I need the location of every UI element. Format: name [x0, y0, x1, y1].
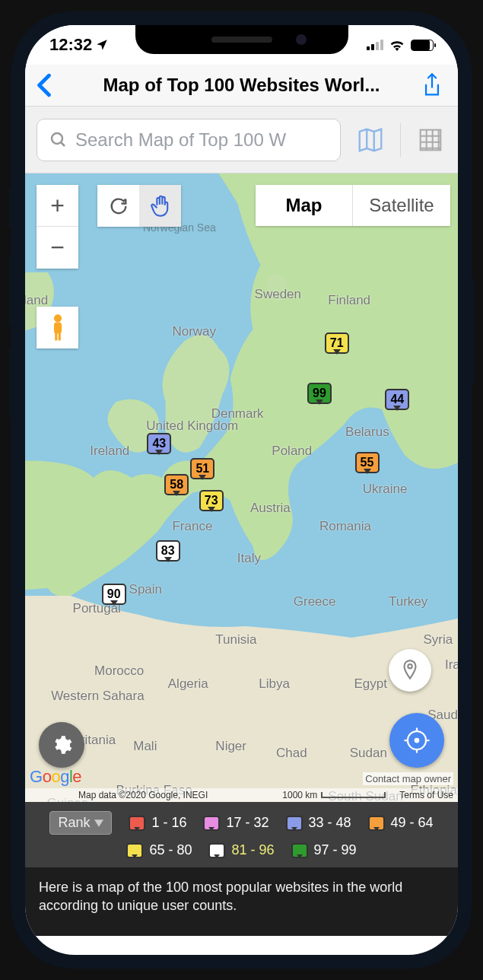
legend-swatch: [203, 816, 220, 831]
contact-owner-link[interactable]: Contact map owner: [363, 772, 453, 785]
map-marker[interactable]: 44: [385, 389, 409, 410]
map-tiles: [25, 173, 458, 802]
legend-dropdown-label: Rank: [58, 815, 90, 831]
locate-me-button[interactable]: [389, 713, 444, 768]
maptype-map[interactable]: Map: [256, 185, 353, 226]
phone-frame: 12:32 Map of Top 100 Websites Worl...: [11, 11, 472, 969]
map-marker[interactable]: 51: [190, 458, 214, 479]
wifi-icon: [389, 40, 405, 51]
share-button[interactable]: [417, 72, 447, 98]
legend-item[interactable]: 17 - 32: [203, 815, 269, 831]
streetview-button[interactable]: [37, 307, 78, 348]
legend-dropdown[interactable]: Rank: [49, 811, 112, 835]
pegman-icon: [48, 313, 68, 342]
map-marker[interactable]: 99: [307, 383, 332, 404]
zoom-control: + −: [37, 185, 78, 269]
cellular-signal-icon: [367, 40, 383, 50]
reload-button[interactable]: [97, 185, 139, 227]
map-marker[interactable]: 58: [164, 474, 189, 495]
legend-label: 49 - 64: [391, 815, 434, 831]
battery-icon: [411, 40, 434, 51]
legend-label: 81 - 96: [231, 842, 274, 858]
search-toolbar: [25, 107, 458, 173]
mute-switch: [9, 186, 14, 228]
page-title: Map of Top 100 Websites Worl...: [66, 75, 417, 96]
front-camera: [296, 34, 307, 45]
legend-label: 97 - 99: [314, 842, 357, 858]
search-input[interactable]: [75, 129, 328, 151]
map-scale: 1000 km: [282, 790, 386, 800]
maptype-control: Map Satellite: [256, 185, 450, 226]
map-marker[interactable]: 83: [156, 540, 180, 562]
volume-up: [9, 255, 14, 327]
gear-icon: [51, 734, 72, 756]
map-tools: [97, 185, 181, 227]
svg-rect-3: [53, 322, 61, 333]
phone-inner: 12:32 Map of Top 100 Websites Worl...: [25, 25, 458, 955]
svg-point-2: [53, 314, 61, 322]
toolbar-separator: [400, 123, 401, 157]
drop-pin-button[interactable]: [389, 649, 431, 692]
pan-button[interactable]: [139, 185, 181, 227]
svg-point-6: [408, 664, 412, 668]
legend-label: 65 - 80: [149, 842, 192, 858]
crosshair-icon: [403, 727, 431, 754]
legend-label: 17 - 32: [226, 815, 269, 831]
legend-item[interactable]: 33 - 48: [286, 815, 351, 831]
legend-label: 33 - 48: [309, 815, 351, 831]
zoom-in-button[interactable]: +: [37, 185, 78, 227]
hand-icon: [150, 195, 171, 218]
clock: 12:32: [49, 35, 92, 55]
notch: [135, 25, 348, 54]
map[interactable]: Norwegian Sea SwedenNorwayFinlandUnited …: [25, 173, 458, 802]
map-marker[interactable]: 43: [147, 433, 171, 454]
map-marker[interactable]: 90: [102, 584, 126, 605]
map-marker[interactable]: 71: [325, 332, 349, 354]
volume-down: [9, 346, 14, 418]
settings-button[interactable]: [39, 722, 84, 768]
svg-point-0: [52, 133, 62, 144]
legend-swatch: [286, 816, 303, 831]
description: Here is a map of the 100 most popular we…: [25, 867, 458, 936]
power-button: [469, 278, 474, 384]
reload-icon: [108, 196, 129, 217]
speaker: [211, 37, 272, 43]
terms-link[interactable]: Terms of Use: [399, 790, 453, 800]
table-view-button[interactable]: [415, 124, 446, 156]
legend-item[interactable]: 65 - 80: [126, 842, 192, 858]
map-data-text: Map data ©2020 Google, INEGI: [78, 790, 208, 800]
legend-swatch: [368, 816, 385, 831]
legend-item[interactable]: 97 - 99: [291, 842, 357, 858]
pin-icon: [400, 659, 420, 682]
share-icon: [421, 72, 443, 98]
google-logo: Google: [30, 767, 81, 787]
svg-rect-1: [421, 129, 441, 150]
search-box[interactable]: [37, 119, 341, 161]
zoom-out-button[interactable]: −: [37, 227, 78, 269]
svg-point-8: [415, 739, 419, 743]
location-arrow-icon: [95, 38, 109, 52]
map-marker[interactable]: 55: [355, 452, 380, 473]
legend-item[interactable]: 81 - 96: [208, 842, 274, 858]
maptype-satellite[interactable]: Satellite: [353, 185, 450, 226]
map-marker[interactable]: 73: [199, 490, 224, 511]
legend-item[interactable]: 49 - 64: [368, 815, 434, 831]
back-button[interactable]: [36, 73, 66, 97]
chevron-down-icon: [94, 819, 103, 827]
svg-rect-4: [55, 332, 57, 340]
svg-rect-5: [58, 332, 60, 340]
legend-swatch: [129, 816, 145, 831]
map-icon: [356, 126, 385, 154]
screen: 12:32 Map of Top 100 Websites Worl...: [25, 25, 458, 955]
search-icon: [49, 131, 68, 149]
legend-swatch: [126, 843, 143, 858]
legend-swatch: [291, 843, 308, 858]
legend: Rank 1 - 1617 - 3233 - 4849 - 6465 - 808…: [25, 802, 458, 867]
map-view-button[interactable]: [354, 124, 386, 156]
grid-icon: [418, 128, 443, 152]
legend-swatch: [208, 843, 225, 858]
legend-item[interactable]: 1 - 16: [129, 815, 186, 831]
legend-label: 1 - 16: [151, 815, 186, 831]
nav-bar: Map of Top 100 Websites Worl...: [25, 65, 458, 107]
map-attribution: Map data ©2020 Google, INEGI 1000 km Ter…: [25, 788, 458, 802]
